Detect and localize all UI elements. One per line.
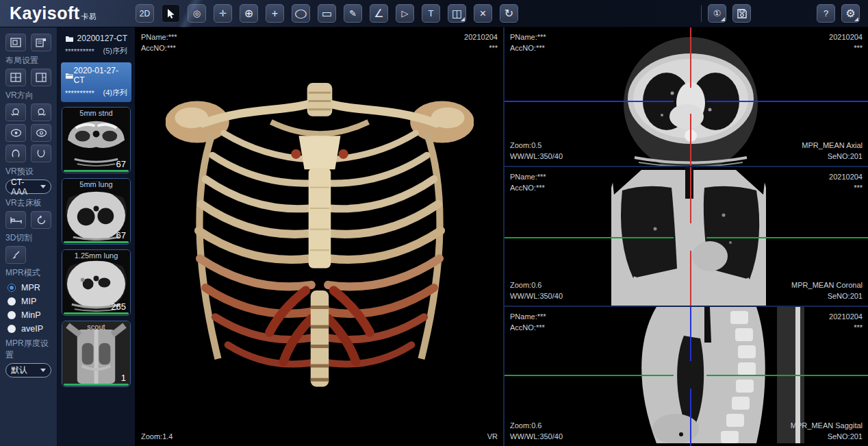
axial-crosshair-h-left[interactable]: [505, 101, 674, 102]
angle-button[interactable]: ∠: [370, 4, 388, 23]
bed-icon: [10, 216, 22, 225]
vr-rotate-left-button[interactable]: [5, 103, 26, 121]
save-button[interactable]: [732, 4, 751, 23]
rect-roi-button[interactable]: ▭: [318, 4, 336, 23]
coronal-crosshair-h-right[interactable]: [706, 237, 868, 238]
thumbnail-scout[interactable]: scout 1: [62, 321, 131, 387]
thumbnail-label: 5mm stnd: [62, 109, 130, 117]
ellipse-roi-button[interactable]: ◯: [292, 4, 310, 23]
cine-play-button[interactable]: ▷: [396, 4, 414, 23]
vr-direction-label: VR方向: [5, 90, 51, 101]
axial-ct-image: [505, 27, 868, 167]
vr-superior-button[interactable]: [5, 145, 26, 162]
mpr-axial-viewport[interactable]: PName:*** AccNO:*** 20210204 *** Zoom:0.…: [505, 27, 868, 167]
study-item-2-selected[interactable]: 2020-01-27-CT ********** (4)序列: [61, 62, 131, 102]
vr-posterior-button[interactable]: [31, 124, 51, 142]
layout-grid-2x2-button[interactable]: [5, 69, 26, 86]
thumbnail-progress-bar: [64, 312, 129, 314]
layout-main-left-icon: [36, 73, 47, 82]
window-level-button[interactable]: ◫: [448, 4, 466, 23]
scalpel-button[interactable]: [5, 246, 26, 264]
radio-mip[interactable]: MIP: [8, 297, 51, 306]
layout-main-left-button[interactable]: [31, 69, 51, 86]
screen-2d-button[interactable]: 2D: [136, 4, 154, 23]
axial-crosshair-v-bottom[interactable]: [690, 114, 691, 166]
thumbnail-progress-bar: [64, 170, 129, 172]
angle-icon: ∠: [374, 7, 383, 20]
sagittal-crosshair-v-bottom[interactable]: [690, 388, 691, 446]
layout-report-button[interactable]: [31, 34, 51, 51]
thumbnail-label: scout: [62, 323, 130, 331]
measure-line-button[interactable]: ✎: [344, 4, 362, 23]
radio-dot-mpr: [8, 284, 16, 292]
crosshair-button[interactable]: +: [266, 4, 284, 23]
thumbnail-5mm-lung[interactable]: 5mm lung 67: [62, 178, 131, 245]
bed-reset-button[interactable]: [31, 211, 51, 229]
vr-posterior-icon: [36, 128, 47, 138]
mpr-thickness-label: MPR厚度设置: [5, 338, 51, 361]
chevron-down-icon: [40, 185, 46, 188]
vr-inferior-button[interactable]: [31, 145, 51, 162]
vr-superior-icon: [11, 148, 21, 159]
chevron-down-icon: [40, 369, 46, 372]
study-date: 2020-01-27-CT: [74, 66, 127, 85]
rotate-3d-icon: ◎: [193, 8, 201, 18]
radio-label-minp: MinP: [21, 310, 40, 320]
zoom-text: Zoom:1.4: [141, 431, 173, 442]
workspace: 布局设置 VR方向: [0, 27, 868, 446]
radio-minp[interactable]: MinP: [8, 310, 51, 320]
vr-preset-dropdown[interactable]: CT-AAA: [5, 179, 51, 194]
rotate-3d-button[interactable]: ◎: [188, 4, 206, 23]
radio-label-aveip: aveIP: [21, 324, 43, 334]
zoom-button[interactable]: ⊕: [240, 4, 258, 23]
mpr-mode-label: MPR模式: [5, 267, 51, 279]
study-item-1[interactable]: 20200127-CT ********** (5)序列: [61, 30, 131, 60]
series-panel: 20200127-CT ********** (5)序列 2020-01-27-…: [58, 27, 136, 446]
axial-crosshair-h-right[interactable]: [706, 101, 868, 102]
mpr-sagittal-viewport[interactable]: PName:*** AccNO:*** 20210204 *** Zoom:0.…: [505, 307, 868, 446]
help-button[interactable]: ?: [817, 4, 835, 23]
radio-aveip[interactable]: aveIP: [8, 324, 51, 334]
sagittal-crosshair-v-top[interactable]: [690, 307, 691, 361]
delete-annotation-button[interactable]: ×: [474, 4, 492, 23]
overlay-info-button[interactable]: ①: [708, 4, 726, 23]
sagittal-crosshair-h-left[interactable]: [505, 375, 674, 376]
text-annotation-button[interactable]: T: [422, 4, 440, 23]
stars-text: ***: [464, 42, 498, 53]
coronal-crosshair-v-bottom[interactable]: [690, 251, 691, 306]
tool-group: 2D ◎ ✛ ⊕ + ◯ ▭: [136, 4, 518, 23]
brand-suffix: 卡易: [81, 12, 97, 22]
pan-button[interactable]: ✛: [214, 4, 232, 23]
settings-button[interactable]: ⚙: [841, 4, 860, 23]
coronal-crosshair-h-left[interactable]: [505, 237, 674, 238]
radio-dot-aveip: [8, 325, 16, 333]
main-overlay-top-left: PName:*** AccNO:***: [141, 32, 177, 53]
top-toolbar: Kayisoft 卡易 2D ◎ ✛ ⊕ +: [0, 0, 868, 27]
thumbnail-5mm-stnd[interactable]: 5mm stnd 67: [62, 107, 131, 173]
sagittal-crosshair-h-right[interactable]: [706, 375, 868, 376]
vr-rotate-left-icon: [10, 107, 21, 118]
vr-viewport[interactable]: PName:*** AccNO:*** 20210204 *** Zoom:1.…: [136, 27, 503, 446]
main-overlay-bottom-left: Zoom:1.4: [141, 431, 173, 442]
study-patient: **********: [65, 47, 94, 55]
radio-mpr[interactable]: MPR: [8, 283, 51, 293]
app-logo: Kayisoft 卡易: [0, 3, 136, 23]
layout-grid-2x2-icon: [10, 73, 21, 82]
coronal-crosshair-v-top[interactable]: [690, 167, 691, 223]
reset-button[interactable]: ↻: [500, 4, 518, 23]
thumbnail-125mm-lung[interactable]: 1.25mm lung 265: [62, 249, 131, 316]
mpr-coronal-viewport[interactable]: PName:*** AccNO:*** 20210204 *** Zoom:0.…: [505, 167, 868, 307]
mpr-thickness-dropdown[interactable]: 默认: [5, 363, 51, 377]
layout-single-button[interactable]: [5, 34, 26, 51]
measure-line-icon: ✎: [349, 8, 357, 18]
vr-rotate-right-button[interactable]: [31, 103, 51, 121]
pointer-button[interactable]: [162, 4, 180, 23]
remove-bed-button[interactable]: [5, 211, 26, 229]
vr-anterior-button[interactable]: [5, 124, 26, 142]
mpr-column: PName:*** AccNO:*** 20210204 *** Zoom:0.…: [503, 27, 868, 446]
vr-bed-label: VR去床板: [5, 197, 51, 209]
render-mode-text: VR: [487, 431, 498, 442]
axial-crosshair-v-top[interactable]: [690, 27, 691, 88]
delete-annotation-icon: ×: [480, 8, 486, 20]
pointer-icon: [166, 8, 176, 19]
